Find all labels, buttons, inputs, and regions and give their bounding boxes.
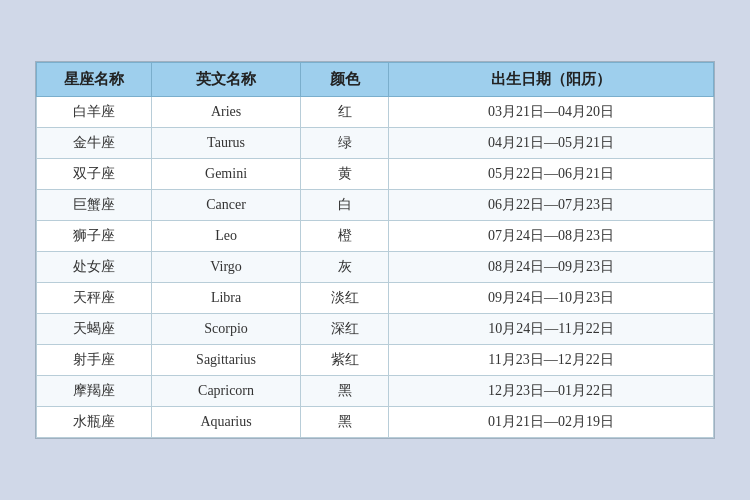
cell-chinese: 白羊座 [37, 97, 152, 128]
cell-color: 红 [301, 97, 389, 128]
cell-color: 深红 [301, 314, 389, 345]
cell-date: 09月24日—10月23日 [389, 283, 714, 314]
cell-color: 绿 [301, 128, 389, 159]
cell-color: 紫红 [301, 345, 389, 376]
table-row: 天秤座Libra淡红09月24日—10月23日 [37, 283, 714, 314]
cell-english: Aquarius [152, 407, 301, 438]
cell-chinese: 天蝎座 [37, 314, 152, 345]
cell-color: 黄 [301, 159, 389, 190]
cell-english: Libra [152, 283, 301, 314]
cell-chinese: 水瓶座 [37, 407, 152, 438]
cell-date: 05月22日—06月21日 [389, 159, 714, 190]
header-english: 英文名称 [152, 63, 301, 97]
cell-chinese: 狮子座 [37, 221, 152, 252]
cell-color: 淡红 [301, 283, 389, 314]
cell-english: Leo [152, 221, 301, 252]
cell-date: 10月24日—11月22日 [389, 314, 714, 345]
table-body: 白羊座Aries红03月21日—04月20日金牛座Taurus绿04月21日—0… [37, 97, 714, 438]
cell-date: 01月21日—02月19日 [389, 407, 714, 438]
cell-chinese: 天秤座 [37, 283, 152, 314]
table-row: 处女座Virgo灰08月24日—09月23日 [37, 252, 714, 283]
header-color: 颜色 [301, 63, 389, 97]
cell-chinese: 处女座 [37, 252, 152, 283]
cell-color: 黑 [301, 407, 389, 438]
cell-color: 橙 [301, 221, 389, 252]
table-row: 天蝎座Scorpio深红10月24日—11月22日 [37, 314, 714, 345]
cell-date: 03月21日—04月20日 [389, 97, 714, 128]
cell-color: 黑 [301, 376, 389, 407]
zodiac-table-container: 星座名称 英文名称 颜色 出生日期（阳历） 白羊座Aries红03月21日—04… [35, 61, 715, 439]
cell-chinese: 射手座 [37, 345, 152, 376]
table-header-row: 星座名称 英文名称 颜色 出生日期（阳历） [37, 63, 714, 97]
cell-chinese: 摩羯座 [37, 376, 152, 407]
cell-english: Capricorn [152, 376, 301, 407]
header-chinese: 星座名称 [37, 63, 152, 97]
cell-english: Virgo [152, 252, 301, 283]
table-row: 摩羯座Capricorn黑12月23日—01月22日 [37, 376, 714, 407]
table-row: 巨蟹座Cancer白06月22日—07月23日 [37, 190, 714, 221]
cell-english: Gemini [152, 159, 301, 190]
header-date: 出生日期（阳历） [389, 63, 714, 97]
cell-date: 06月22日—07月23日 [389, 190, 714, 221]
table-row: 水瓶座Aquarius黑01月21日—02月19日 [37, 407, 714, 438]
cell-date: 07月24日—08月23日 [389, 221, 714, 252]
cell-english: Scorpio [152, 314, 301, 345]
cell-date: 12月23日—01月22日 [389, 376, 714, 407]
cell-chinese: 金牛座 [37, 128, 152, 159]
cell-color: 白 [301, 190, 389, 221]
zodiac-table: 星座名称 英文名称 颜色 出生日期（阳历） 白羊座Aries红03月21日—04… [36, 62, 714, 438]
cell-date: 08月24日—09月23日 [389, 252, 714, 283]
cell-chinese: 巨蟹座 [37, 190, 152, 221]
table-row: 双子座Gemini黄05月22日—06月21日 [37, 159, 714, 190]
table-row: 白羊座Aries红03月21日—04月20日 [37, 97, 714, 128]
table-row: 狮子座Leo橙07月24日—08月23日 [37, 221, 714, 252]
cell-english: Sagittarius [152, 345, 301, 376]
cell-date: 04月21日—05月21日 [389, 128, 714, 159]
table-row: 射手座Sagittarius紫红11月23日—12月22日 [37, 345, 714, 376]
cell-english: Aries [152, 97, 301, 128]
cell-english: Taurus [152, 128, 301, 159]
cell-date: 11月23日—12月22日 [389, 345, 714, 376]
cell-color: 灰 [301, 252, 389, 283]
cell-chinese: 双子座 [37, 159, 152, 190]
table-row: 金牛座Taurus绿04月21日—05月21日 [37, 128, 714, 159]
cell-english: Cancer [152, 190, 301, 221]
